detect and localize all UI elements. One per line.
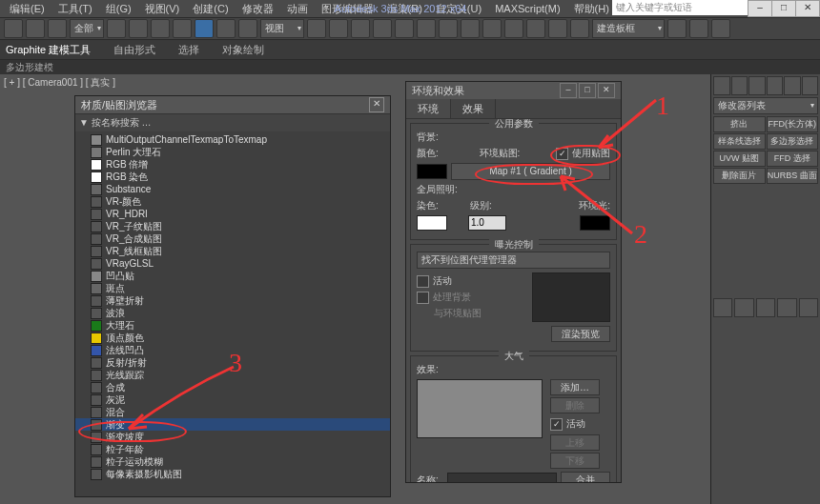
ambient-swatch[interactable] <box>580 215 610 231</box>
material-browser-close-button[interactable]: ✕ <box>369 97 384 112</box>
window-crossing-button[interactable] <box>173 19 192 38</box>
atmos-down-button[interactable]: 下移 <box>550 453 600 469</box>
ribbon-tab-objectpaint[interactable]: 对象绘制 <box>222 43 264 57</box>
unique-button[interactable] <box>756 298 775 317</box>
atmos-delete-button[interactable]: 删除 <box>550 397 600 413</box>
menu-tools[interactable]: 工具(T) <box>52 1 98 17</box>
manip-button[interactable] <box>329 19 348 38</box>
align-button[interactable] <box>482 19 502 38</box>
tint-swatch[interactable] <box>417 215 447 231</box>
material-item[interactable]: 薄壁折射 <box>75 294 390 307</box>
mirror-button[interactable] <box>461 19 480 38</box>
mod-ffdbox[interactable]: FFD(长方体) <box>767 116 819 132</box>
refcoord-dropdown[interactable]: 视图 <box>260 19 304 38</box>
material-item[interactable]: Substance <box>75 183 390 195</box>
display-tab[interactable] <box>784 76 801 95</box>
curve-editor-button[interactable] <box>526 19 545 38</box>
menu-edit[interactable]: 编辑(E) <box>4 1 51 17</box>
atmos-name-field[interactable] <box>447 473 557 483</box>
atmos-active-checkbox[interactable]: ✓ <box>550 418 563 431</box>
material-item[interactable]: 反射/折射 <box>75 356 390 369</box>
remove-mod-button[interactable] <box>777 298 796 317</box>
level-spinner[interactable]: 1.0 <box>468 215 506 231</box>
material-item[interactable]: 法线凹凸 <box>75 344 390 356</box>
material-item[interactable]: VR_线框贴图 <box>75 245 390 257</box>
rotate-button[interactable] <box>216 19 236 38</box>
mod-extrude[interactable]: 挤出 <box>713 116 766 132</box>
render-frame-button[interactable] <box>689 19 708 38</box>
mod-ffdsel[interactable]: FFD 选择 <box>767 151 819 167</box>
material-item[interactable]: MultiOutputChannelTexmapToTexmap <box>75 133 390 146</box>
viewport-label[interactable]: [ + ] [ Camera001 ] [ 真实 ] <box>4 76 115 90</box>
material-item[interactable]: VRayGLSL <box>75 257 390 270</box>
material-item[interactable]: VR_合成贴图 <box>75 232 390 245</box>
material-item[interactable]: 每像素摄影机贴图 <box>75 468 390 480</box>
mod-nurbs[interactable]: NURBS 曲面选择 <box>767 168 819 184</box>
percent-snap-button[interactable] <box>395 19 414 38</box>
select-name-button[interactable] <box>129 19 148 38</box>
render-preview-button[interactable]: 渲染预览 <box>551 326 610 342</box>
angle-snap-button[interactable] <box>373 19 392 38</box>
material-item[interactable]: 混合 <box>75 406 390 418</box>
material-item[interactable]: VR_HDRI <box>75 208 390 220</box>
exposure-dropdown[interactable]: 找不到位图代理管理器 <box>417 252 610 269</box>
material-list[interactable]: MultiOutputChannelTexmapToTexmapPerlin 大… <box>75 131 390 496</box>
material-item[interactable]: VR-颜色 <box>75 195 390 208</box>
show-end-button[interactable] <box>734 298 753 317</box>
env-map-button[interactable]: Map #1 ( Gradient ) <box>451 163 610 180</box>
mod-poly[interactable]: 多边形选择 <box>767 133 819 150</box>
maximize-button[interactable]: □ <box>771 0 796 17</box>
motion-tab[interactable] <box>767 76 784 95</box>
undo-button[interactable] <box>4 19 23 38</box>
named-sel-button[interactable] <box>439 19 458 38</box>
hierarchy-tab[interactable] <box>748 76 766 95</box>
snap-button[interactable] <box>351 19 370 38</box>
material-item[interactable]: 凹凸贴 <box>75 270 390 282</box>
schematic-button[interactable] <box>548 19 567 38</box>
atmos-add-button[interactable]: 添加… <box>550 379 600 395</box>
use-map-checkbox[interactable]: ✓ <box>556 148 568 160</box>
menu-group[interactable]: 组(G) <box>100 1 137 17</box>
material-item[interactable]: 灰泥 <box>75 393 390 406</box>
material-item[interactable]: 粒子运动模糊 <box>75 455 390 468</box>
material-item[interactable]: RGB 倍增 <box>75 158 390 171</box>
atmos-merge-button[interactable]: 合并 <box>561 472 610 482</box>
ribbon-tab-freeform[interactable]: 自由形式 <box>113 43 155 57</box>
env-maximize-button[interactable]: □ <box>579 83 596 98</box>
spinner-snap-button[interactable] <box>417 19 436 38</box>
material-item[interactable]: 大理石 <box>75 319 390 332</box>
select-button[interactable] <box>107 19 126 38</box>
env-close-button[interactable]: ✕ <box>598 83 615 98</box>
material-editor-button[interactable] <box>570 19 589 38</box>
ribbon-tab-graphite[interactable]: Graphite 建模工具 <box>6 43 91 57</box>
mod-spline[interactable]: 样条线选择 <box>713 133 766 150</box>
env-tab-environment[interactable]: 环境 <box>406 99 451 118</box>
material-item[interactable]: 合成 <box>75 381 390 393</box>
material-item[interactable]: VR_子纹贴图 <box>75 220 390 232</box>
material-item[interactable]: 光线跟踪 <box>75 369 390 381</box>
material-item[interactable]: 顶点颜色 <box>75 332 390 344</box>
render-setup-button[interactable] <box>667 19 687 38</box>
mod-delpatch[interactable]: 删除面片 <box>713 168 766 184</box>
material-item[interactable]: 渐变 <box>75 418 390 431</box>
render-button[interactable] <box>711 19 730 38</box>
material-browser-header[interactable]: 材质/贴图浏览器 ✕ <box>75 96 390 114</box>
menu-view[interactable]: 视图(V) <box>139 1 186 17</box>
layers-button[interactable] <box>504 19 523 38</box>
material-item[interactable]: Perlin 大理石 <box>75 146 390 158</box>
move-button[interactable] <box>195 19 214 38</box>
material-item[interactable]: 粒子年龄 <box>75 443 390 455</box>
mod-uvw[interactable]: UVW 贴图 <box>713 151 766 167</box>
bg-color-swatch[interactable] <box>417 164 447 179</box>
selection-filter-dropdown[interactable]: 全部 <box>70 19 104 38</box>
render-preset-dropdown[interactable]: 建造板框 <box>592 19 665 38</box>
configure-button[interactable] <box>799 298 818 317</box>
close-button[interactable]: ✕ <box>795 0 820 17</box>
material-item[interactable]: 斑点 <box>75 282 390 294</box>
env-minimize-button[interactable]: – <box>560 83 577 98</box>
link-button[interactable] <box>48 19 67 38</box>
rect-select-button[interactable] <box>151 19 170 38</box>
material-item[interactable]: 渐变坡度 <box>75 431 390 443</box>
material-search-row[interactable]: ▼ 按名称搜索 … <box>75 114 390 131</box>
pin-stack-button[interactable] <box>713 298 732 317</box>
